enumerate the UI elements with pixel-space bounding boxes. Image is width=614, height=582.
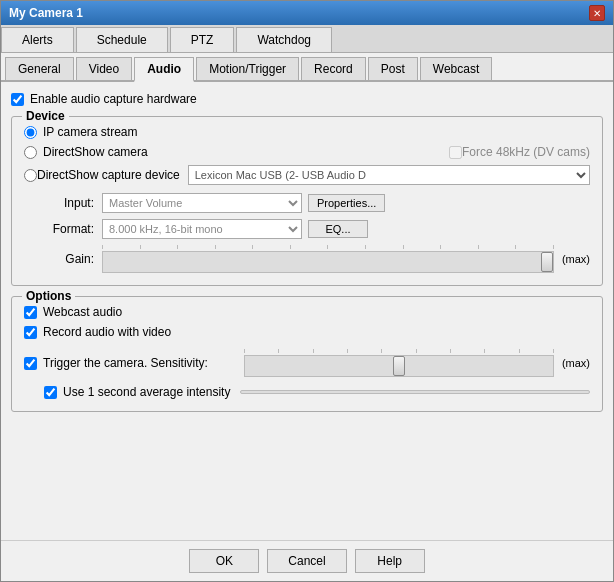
directshow-camera-label: DirectShow camera [43,145,148,159]
tick [553,245,554,249]
force-48khz-label: Force 48kHz (DV cams) [462,145,590,159]
top-tab-bar: Alerts Schedule PTZ Watchdog [1,25,613,53]
close-button[interactable]: ✕ [589,5,605,21]
avg-intensity-row: Use 1 second average intensity [44,385,590,399]
tick [381,349,382,353]
main-window: My Camera 1 ✕ Alerts Schedule PTZ Watchd… [0,0,614,582]
title-bar: My Camera 1 ✕ [1,1,613,25]
window-title: My Camera 1 [9,6,83,20]
directshow-capture-row: DirectShow capture device Lexicon Mac US… [24,165,590,185]
format-row: Format: 8.000 kHz, 16-bit mono EQ... [24,219,590,239]
tick [365,245,366,249]
tab-ptz[interactable]: PTZ [170,27,235,52]
tick [177,245,178,249]
avg-track [240,390,590,394]
tab-audio[interactable]: Audio [134,57,194,82]
device-group-label: Device [22,109,69,123]
record-audio-label: Record audio with video [43,325,171,339]
eq-button[interactable]: EQ... [308,220,368,238]
tick [519,349,520,353]
tick [278,349,279,353]
avg-intensity-label: Use 1 second average intensity [63,385,230,399]
trigger-sensitivity-row: Trigger the camera. Sensitivity: [24,349,590,377]
tab-video[interactable]: Video [76,57,132,80]
record-audio-checkbox[interactable] [24,326,37,339]
trigger-label: Trigger the camera. Sensitivity: [43,356,208,370]
format-label: Format: [24,222,94,236]
gain-label: Gain: [24,252,94,266]
tick [440,245,441,249]
tick [515,245,516,249]
tick [484,349,485,353]
tick [252,245,253,249]
device-dropdown[interactable]: Lexicon Mac USB (2- USB Audio D [188,165,590,185]
options-group: Options Webcast audio Record audio with … [11,296,603,412]
tab-schedule[interactable]: Schedule [76,27,168,52]
input-dropdown[interactable]: Master Volume [102,193,302,213]
avg-intensity-checkbox[interactable] [44,386,57,399]
webcast-audio-checkbox[interactable] [24,306,37,319]
tab-webcast[interactable]: Webcast [420,57,492,80]
help-button[interactable]: Help [355,549,425,573]
tick [140,245,141,249]
enable-audio-label: Enable audio capture hardware [30,92,197,106]
cancel-button[interactable]: Cancel [267,549,346,573]
tab-motion-trigger[interactable]: Motion/Trigger [196,57,299,80]
tick [416,349,417,353]
directshow-capture-radio[interactable] [24,169,37,182]
tab-alerts[interactable]: Alerts [1,27,74,52]
tick [327,245,328,249]
tick [244,349,245,353]
tab-record[interactable]: Record [301,57,366,80]
tick [553,349,554,353]
tick [403,245,404,249]
tick [313,349,314,353]
webcast-audio-label: Webcast audio [43,305,122,319]
input-label: Input: [24,196,94,210]
sensitivity-max-label: (max) [562,357,590,369]
tick [347,349,348,353]
gain-slider[interactable] [102,251,554,273]
force-48khz-row: Force 48kHz (DV cams) [449,145,590,159]
tick [215,245,216,249]
device-group: Device IP camera stream DirectShow camer… [11,116,603,286]
tick [290,245,291,249]
tick [478,245,479,249]
directshow-camera-radio[interactable] [24,146,37,159]
tick [102,245,103,249]
options-group-label: Options [22,289,75,303]
ok-button[interactable]: OK [189,549,259,573]
format-dropdown[interactable]: 8.000 kHz, 16-bit mono [102,219,302,239]
enable-audio-checkbox[interactable] [11,93,24,106]
properties-button[interactable]: Properties... [308,194,385,212]
ip-camera-label: IP camera stream [43,125,137,139]
gain-max-label: (max) [562,253,590,265]
sensitivity-slider[interactable] [244,355,554,377]
directshow-capture-label: DirectShow capture device [37,168,180,182]
second-tab-bar: General Video Audio Motion/Trigger Recor… [1,53,613,82]
tab-post[interactable]: Post [368,57,418,80]
bottom-bar: OK Cancel Help [1,540,613,581]
trigger-checkbox[interactable] [24,357,37,370]
webcast-audio-row: Webcast audio [24,305,590,319]
directshow-camera-row: DirectShow camera [24,145,148,159]
enable-audio-row: Enable audio capture hardware [11,92,603,106]
sensitivity-slider-wrapper [244,349,554,377]
main-content: Enable audio capture hardware Device IP … [1,82,613,540]
tick [450,349,451,353]
force-48khz-checkbox[interactable] [449,146,462,159]
gain-slider-wrapper [102,245,554,273]
tab-watchdog[interactable]: Watchdog [236,27,332,52]
ip-camera-radio[interactable] [24,126,37,139]
record-audio-row: Record audio with video [24,325,590,339]
ip-camera-row: IP camera stream [24,125,590,139]
input-row: Input: Master Volume Properties... [24,193,590,213]
trigger-label-area: Trigger the camera. Sensitivity: [24,356,244,370]
gain-row: Gain: [24,245,590,273]
tab-general[interactable]: General [5,57,74,80]
sensitivity-slider-area: (max) [244,349,590,377]
